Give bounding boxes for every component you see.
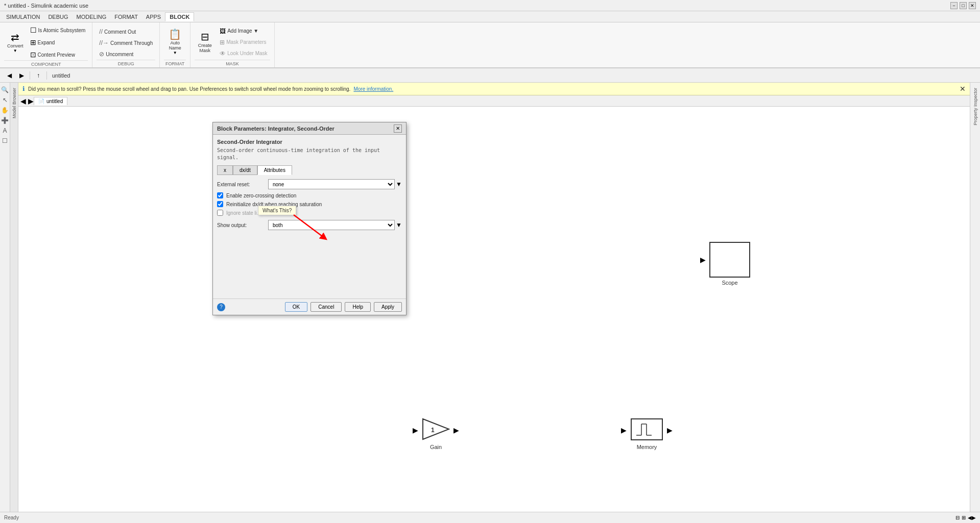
status-icons: ⊟ ⊞ ◀▶ xyxy=(955,515,976,520)
mask-col: 🖼 Add Image ▼ ⊞ Mask Parameters 👁 Look U… xyxy=(217,26,270,59)
zoom-icon[interactable]: 🔍 xyxy=(1,86,9,94)
help-icon[interactable]: ? xyxy=(217,303,225,311)
zoom-controls[interactable]: ◀▶ xyxy=(968,515,976,520)
minimize-button[interactable]: − xyxy=(950,2,958,9)
banner-close-button[interactable]: ✕ xyxy=(960,85,966,93)
canvas-tab-untitled[interactable]: 📄 untitled xyxy=(34,97,67,105)
dialog-tab-x[interactable]: x xyxy=(217,165,233,175)
scope-block[interactable]: ▶ Scope xyxy=(709,242,750,286)
nav-up-button[interactable]: ↑ xyxy=(33,70,43,81)
connect-icon[interactable]: ➕ xyxy=(1,116,9,124)
gain-arrow-right: ▶ xyxy=(453,426,459,434)
info-text: Did you mean to scroll? Press the mouse … xyxy=(28,86,350,92)
debug-col: // Comment Out //→ Comment Through ⊘ Unc… xyxy=(97,24,155,60)
component-col: ☐ Is Atomic Subsystem ⊞ Expand ⊡ Content… xyxy=(28,24,88,60)
menu-format[interactable]: FORMAT xyxy=(110,13,142,21)
text-icon[interactable]: A xyxy=(1,127,9,135)
auto-name-label: AutoName xyxy=(169,40,181,51)
memory-shape-wrapper: ▶ ▶ xyxy=(630,418,663,442)
comment-through-button[interactable]: //→ Comment Through xyxy=(97,38,155,48)
ignore-state-row: Ignore state li… What's This? xyxy=(217,210,402,216)
content-preview-button[interactable]: ⊡ Content Preview xyxy=(28,49,88,60)
uncomment-label: Uncomment xyxy=(106,52,133,57)
gain-label: Gain xyxy=(430,444,442,450)
scope-arrow-left: ▶ xyxy=(700,256,706,264)
cancel-button[interactable]: Cancel xyxy=(310,302,342,312)
window-title: * untitled - Simulink academic use xyxy=(4,3,88,9)
menu-simulation[interactable]: SIMULATION xyxy=(2,13,44,21)
uncomment-button[interactable]: ⊘ Uncomment xyxy=(97,49,155,59)
memory-arrow-right: ▶ xyxy=(667,426,673,434)
address-right-icon[interactable]: ▶ xyxy=(28,97,34,105)
left-tools: 🔍 ↖ ✋ ➕ A ☐ xyxy=(0,83,10,523)
address-left-icon[interactable]: ◀ xyxy=(20,97,26,105)
look-under-mask-label: Look Under Mask xyxy=(227,51,267,56)
right-panel: Property Inspector xyxy=(970,83,980,523)
dialog-tab-attributes[interactable]: Attributes xyxy=(257,165,292,175)
look-under-mask-button[interactable]: 👁 Look Under Mask xyxy=(217,48,270,59)
add-image-button[interactable]: 🖼 Add Image ▼ xyxy=(217,26,270,36)
menu-modeling[interactable]: MODELING xyxy=(73,13,111,21)
title-bar: * untitled - Simulink academic use − □ ✕ xyxy=(0,0,980,11)
ribbon-group-component: ⇄ Convert ▼ ☐ Is Atomic Subsystem ⊞ Expa… xyxy=(0,22,92,67)
create-mask-button[interactable]: ⊟ CreateMask xyxy=(195,30,215,55)
maximize-button[interactable]: □ xyxy=(960,2,967,9)
memory-shape xyxy=(630,418,663,441)
external-reset-select[interactable]: none rising falling either level level h… xyxy=(268,179,395,189)
convert-button[interactable]: ⇄ Convert ▼ xyxy=(4,30,27,55)
canvas-container: ℹ Did you mean to scroll? Press the mous… xyxy=(18,83,970,523)
help-button[interactable]: Help xyxy=(345,302,371,312)
zero-crossing-checkbox[interactable] xyxy=(217,192,223,198)
menu-debug[interactable]: DEBUG xyxy=(44,13,72,21)
external-reset-label: External reset: xyxy=(217,182,268,187)
expand-button[interactable]: ⊞ Expand xyxy=(28,37,88,48)
comment-through-icon: //→ xyxy=(99,39,109,46)
main-area: 🔍 ↖ ✋ ➕ A ☐ Model Browser ℹ Did you mean… xyxy=(0,83,980,523)
pan-icon[interactable]: ✋ xyxy=(1,106,9,114)
nav-back-button[interactable]: ◀ xyxy=(4,70,14,81)
dialog-footer: ? OK Cancel Help Apply xyxy=(213,298,406,315)
model-browser-label: Model Browser xyxy=(12,88,17,118)
gain-block[interactable]: ▶ 1 ▶ Gain xyxy=(422,418,450,450)
look-under-mask-icon: 👁 xyxy=(220,50,226,57)
status-icon-2[interactable]: ⊞ xyxy=(962,515,966,520)
external-reset-dropdown-icon: ▼ xyxy=(396,181,402,188)
property-inspector-label[interactable]: Property Inspector xyxy=(973,88,978,126)
canvas[interactable]: 1 ▶ Constant ▶ Scope ▶ 1 xyxy=(18,107,970,523)
dialog-tab-dxdt[interactable]: dx/dt xyxy=(233,165,257,175)
model-browser-panel[interactable]: Model Browser xyxy=(10,83,18,523)
nav-forward-button[interactable]: ▶ xyxy=(16,70,27,81)
canvas-tab-bar: ◀ ▶ 📄 untitled xyxy=(18,95,970,107)
status-text: Ready xyxy=(4,515,19,520)
reinitialize-checkbox[interactable] xyxy=(217,201,223,207)
dialog-description: Second-order continuous-time integration… xyxy=(217,147,402,161)
show-output-select[interactable]: both x only dx/dt only xyxy=(268,220,395,230)
comment-out-label: Comment Out xyxy=(104,29,136,35)
menu-apps[interactable]: APPS xyxy=(142,13,165,21)
select-icon[interactable]: ↖ xyxy=(1,96,9,104)
menu-block[interactable]: BLOCK xyxy=(165,12,194,21)
close-button[interactable]: ✕ xyxy=(969,2,976,9)
apply-button[interactable]: Apply xyxy=(374,302,402,312)
ok-button[interactable]: OK xyxy=(285,302,307,312)
dialog-block-name: Second-Order Integrator xyxy=(217,139,402,145)
info-link[interactable]: More information. xyxy=(353,86,393,92)
mask-buttons: ⊟ CreateMask 🖼 Add Image ▼ ⊞ Mask Parame… xyxy=(195,24,270,60)
dialog-spacer xyxy=(217,233,402,294)
is-atomic-button[interactable]: ☐ Is Atomic Subsystem xyxy=(28,24,88,36)
memory-block[interactable]: ▶ ▶ Memory xyxy=(630,418,663,450)
annotation-icon[interactable]: ☐ xyxy=(1,137,9,145)
mask-parameters-button[interactable]: ⊞ Mask Parameters xyxy=(217,37,270,47)
component-buttons: ⇄ Convert ▼ ☐ Is Atomic Subsystem ⊞ Expa… xyxy=(4,24,88,60)
status-icon-1[interactable]: ⊟ xyxy=(955,515,960,520)
comment-out-button[interactable]: // Comment Out xyxy=(97,27,155,37)
format-buttons: 📋 AutoName ▼ xyxy=(165,24,185,60)
dialog-close-button[interactable]: ✕ xyxy=(394,124,402,133)
auto-name-button[interactable]: 📋 AutoName ▼ xyxy=(165,27,185,57)
mask-parameters-icon: ⊞ xyxy=(220,39,225,46)
memory-arrow-left: ▶ xyxy=(621,426,627,434)
tab-icon: 📄 xyxy=(38,98,44,104)
ignore-state-checkbox[interactable] xyxy=(217,210,223,216)
ribbon-group-debug: // Comment Out //→ Comment Through ⊘ Unc… xyxy=(92,22,160,67)
content-preview-icon: ⊡ xyxy=(30,51,36,59)
